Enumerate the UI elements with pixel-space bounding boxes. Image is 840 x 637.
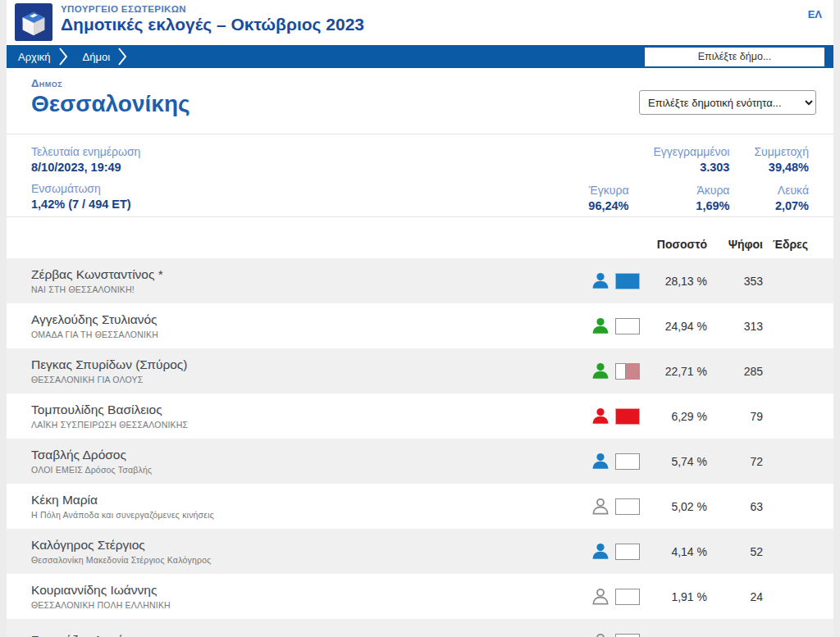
candidate-row[interactable]: Κουριαννίδης Ιωάννης ΘΕΣΣΑΛΟΝΙΚΗ ΠΟΛΗ ΕΛ… — [7, 574, 833, 619]
candidate-icons — [591, 407, 645, 426]
percent-header: Ποσοστό — [645, 238, 707, 251]
page: ΥΠΟΥΡΓΕΙΟ ΕΣΩΤΕΡΙΚΩΝ Δημοτικές εκλογές –… — [7, 0, 833, 637]
candidate-party: Η Πόλη Ανάποδα και συνεργαζόμενες κινήσε… — [31, 510, 591, 520]
candidate-row[interactable]: Ζέρβας Κωνσταντίνος * ΝΑΙ ΣΤΗ ΘΕΣΣΑΛΟΝΙΚ… — [7, 258, 833, 303]
invalid-value: 1,69% — [654, 199, 730, 212]
candidate-votes: 63 — [707, 500, 763, 513]
municipality-search-input[interactable] — [645, 48, 824, 66]
person-icon — [591, 362, 610, 381]
candidate-percent: 5,74 % — [645, 455, 707, 468]
votes-header: Ψήφοι — [707, 238, 763, 251]
party-color-swatch — [615, 318, 640, 334]
breadcrumb: Αρχική Δήμοι — [7, 45, 833, 68]
candidate-votes: 285 — [707, 365, 763, 378]
header-text: ΥΠΟΥΡΓΕΙΟ ΕΣΩΤΕΡΙΚΩΝ Δημοτικές εκλογές –… — [61, 0, 833, 34]
candidate-row[interactable]: Κέκη Μαρία Η Πόλη Ανάποδα και συνεργαζόμ… — [7, 484, 833, 529]
swatch-color-cell — [615, 453, 640, 470]
invalid-stat: Άκυρα 1,69% — [654, 184, 730, 212]
candidate-party: ΛΑΪΚΗ ΣΥΣΠΕΙΡΩΣΗ ΘΕΣΣΑΛΟΝΙΚΗΣ — [31, 420, 591, 430]
candidate-party: ΟΛΟΙ ΕΜΕΙΣ Δρόσος Τσαβλής — [31, 465, 591, 475]
candidate-party: ΟΜΑΔΑ ΓΙΑ ΤΗ ΘΕΣΣΑΛΟΝΙΚΗ — [31, 330, 591, 339]
party-color-swatch — [615, 273, 640, 289]
candidate-icons — [591, 632, 645, 637]
candidate-percent: 24,94 % — [645, 320, 707, 333]
person-icon — [591, 632, 610, 637]
person-icon — [591, 452, 610, 471]
party-color-swatch — [615, 363, 640, 380]
chevron-right-icon — [118, 47, 127, 66]
candidate-votes: 79 — [707, 410, 763, 423]
candidate-name: Πεγκας Σπυρίδων (Σπύρος) — [31, 357, 591, 372]
valid-label: Έγκυρα — [582, 184, 629, 197]
swatch-color-cell — [615, 498, 640, 515]
participation-value: 39,48% — [754, 161, 809, 174]
candidate-party: ΝΑΙ ΣΤΗ ΘΕΣΣΑΛΟΝΙΚΗ! — [31, 284, 591, 294]
candidate-party: ΘΕΣΣΑΛΟΝΙΚΗ ΠΟΛΗ ΕΛΛΗΝΙΚΗ — [31, 600, 591, 610]
candidate-row[interactable]: Ζιαμπάζης Δημήτριος — [7, 619, 833, 637]
swatch-color-cell — [615, 273, 640, 289]
candidate-info: Κουριαννίδης Ιωάννης ΘΕΣΣΑΛΟΝΙΚΗ ΠΟΛΗ ΕΛ… — [31, 583, 591, 610]
results-table-header: Ποσοστό Ψήφοι Έδρες — [7, 217, 833, 258]
person-icon — [591, 316, 610, 336]
candidate-percent: 22,71 % — [645, 365, 707, 378]
candidate-name: Κέκη Μαρία — [31, 493, 591, 507]
candidate-row[interactable]: Πεγκας Σπυρίδων (Σπύρος) ΘΕΣΣΑΛΟΝΙΚΗ ΓΙΑ… — [7, 348, 833, 394]
swatch-color-cell — [615, 544, 640, 560]
candidate-name: Τσαβλής Δρόσος — [31, 448, 591, 462]
candidate-info: Τομπουλίδης Βασίλειος ΛΑΪΚΗ ΣΥΣΠΕΙΡΩΣΗ Θ… — [31, 403, 591, 430]
party-color-swatch — [615, 544, 640, 560]
candidate-icons — [591, 271, 645, 291]
party-color-swatch — [615, 589, 640, 605]
candidate-name: Καλόγηρος Στέργιος — [31, 538, 591, 553]
registered-label: Εγγεγραμμένοι — [654, 145, 730, 158]
breadcrumb-home[interactable]: Αρχική — [7, 51, 59, 63]
chevron-right-icon — [59, 47, 68, 66]
participation-label: Συμμετοχή — [754, 145, 809, 158]
candidate-icons — [591, 316, 645, 336]
swatch-color-cell — [615, 589, 640, 605]
person-icon — [591, 407, 610, 426]
breadcrumb-municipalities[interactable]: Δήμοι — [71, 51, 119, 63]
candidate-name: Τομπουλίδης Βασίλειος — [31, 403, 591, 417]
candidate-info: Ζέρβας Κωνσταντίνος * ΝΑΙ ΣΤΗ ΘΕΣΣΑΛΟΝΙΚ… — [31, 267, 591, 294]
ministry-label: ΥΠΟΥΡΓΕΙΟ ΕΣΩΤΕΡΙΚΩΝ — [61, 4, 833, 14]
page-title: Δημοτικές εκλογές – Οκτώβριος 2023 — [61, 15, 833, 34]
candidate-icons — [591, 497, 645, 516]
municipal-unit-select[interactable]: Επιλέξτε δημοτική ενότητα... — [639, 90, 816, 115]
candidate-info: Αγγελούδης Στυλιανός ΟΜΑΔΑ ΓΙΑ ΤΗ ΘΕΣΣΑΛ… — [31, 312, 591, 339]
swatch-color-cell — [615, 408, 640, 425]
blank-stat: Λευκά 2,07% — [754, 184, 809, 212]
candidate-name: Κουριαννίδης Ιωάννης — [31, 583, 591, 598]
candidate-info: Τσαβλής Δρόσος ΟΛΟΙ ΕΜΕΙΣ Δρόσος Τσαβλής — [31, 448, 591, 475]
candidate-row[interactable]: Τσαβλής Δρόσος ΟΛΟΙ ΕΜΕΙΣ Δρόσος Τσαβλής… — [7, 439, 833, 484]
candidate-percent: 5,02 % — [645, 500, 707, 513]
candidate-row[interactable]: Τομπουλίδης Βασίλειος ΛΑΪΚΗ ΣΥΣΠΕΙΡΩΣΗ Θ… — [7, 394, 833, 439]
municipality-header: Δημος Θεσσαλονίκης Επιλέξτε δημοτική ενό… — [7, 68, 833, 134]
participation-stat: Συμμετοχή 39,48% — [754, 145, 809, 174]
candidate-row[interactable]: Καλόγηρος Στέργιος Θεσσαλονίκη Μακεδονία… — [7, 529, 833, 574]
candidate-row[interactable]: Αγγελούδης Στυλιανός ΟΜΑΔΑ ΓΙΑ ΤΗ ΘΕΣΣΑΛ… — [7, 303, 833, 348]
results-rows: Ζέρβας Κωνσταντίνος * ΝΑΙ ΣΤΗ ΘΕΣΣΑΛΟΝΙΚ… — [7, 258, 833, 637]
blank-value: 2,07% — [754, 199, 809, 212]
stats-section: Τελευταία ενημέρωση 8/10/2023, 19:49 Ενσ… — [7, 134, 833, 217]
candidate-votes: 24 — [707, 590, 763, 603]
candidate-percent: 1,91 % — [645, 590, 707, 603]
party-color-swatch — [615, 634, 640, 637]
candidate-party: Θεσσαλονίκη Μακεδονία Στέργιος Καλόγηρος — [31, 555, 591, 565]
valid-stat: Έγκυρα 96,24% — [582, 184, 629, 212]
candidate-party: ΘΕΣΣΑΛΟΝΙΚΗ ΓΙΑ ΟΛΟΥΣ — [31, 375, 591, 384]
registered-value: 3.303 — [654, 161, 730, 174]
ballot-box-logo-icon[interactable] — [15, 3, 52, 41]
candidate-name: Αγγελούδης Στυλιανός — [31, 312, 591, 327]
candidate-votes: 353 — [707, 275, 763, 288]
app-header: ΥΠΟΥΡΓΕΙΟ ΕΣΩΤΕΡΙΚΩΝ Δημοτικές εκλογές –… — [7, 0, 833, 45]
candidate-votes: 52 — [707, 545, 763, 558]
candidate-percent: 6,29 % — [645, 410, 707, 423]
candidate-info: Καλόγηρος Στέργιος Θεσσαλονίκη Μακεδονία… — [31, 538, 591, 565]
language-switch[interactable]: ΕΛ — [808, 8, 822, 20]
person-icon — [591, 542, 610, 562]
candidate-info: Πεγκας Σπυρίδων (Σπύρος) ΘΕΣΣΑΛΟΝΙΚΗ ΓΙΑ… — [31, 357, 591, 384]
municipality-kicker: Δημος — [31, 77, 833, 89]
candidate-icons — [591, 587, 645, 607]
swatch-color-cell — [615, 634, 640, 637]
